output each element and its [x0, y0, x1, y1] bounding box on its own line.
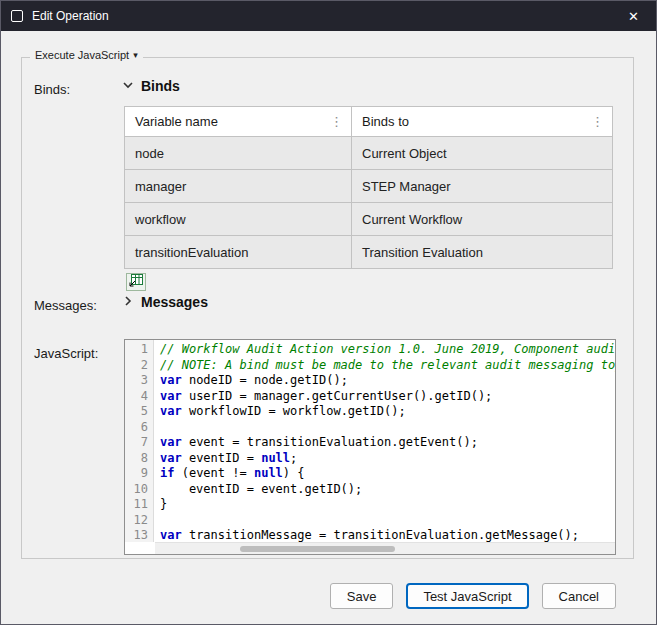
line-number: 9 [125, 466, 153, 482]
code-editor[interactable]: 12345678910111213 // Workflow Audit Acti… [124, 339, 616, 555]
close-button[interactable]: ✕ [611, 1, 656, 31]
line-number: 3 [125, 373, 153, 389]
line-number: 7 [125, 435, 153, 451]
code-line: // Workflow Audit Action version 1.0. Ju… [160, 342, 615, 358]
code-line: } [160, 497, 615, 513]
code-area[interactable]: // Workflow Audit Action version 1.0. Ju… [155, 340, 615, 542]
scrollbar-thumb[interactable] [240, 546, 395, 552]
line-number: 13 [125, 528, 153, 542]
line-number: 10 [125, 482, 153, 498]
code-line: if (event != null) { [160, 466, 615, 482]
window-title: Edit Operation [32, 9, 109, 23]
messages-section-title: Messages [141, 294, 208, 310]
code-line: var event = transitionEvaluation.getEven… [160, 435, 615, 451]
code-line: var transitionMessage = transitionEvalua… [160, 528, 615, 542]
column-header-binds-to[interactable]: Binds to ⋮ [352, 107, 613, 137]
table-header-row: Variable name ⋮ Binds to ⋮ [125, 107, 613, 137]
variable-name-cell[interactable]: transitionEvaluation [125, 236, 352, 269]
title-bar[interactable]: Edit Operation ✕ [1, 1, 656, 31]
binds-section-header[interactable]: Binds [122, 78, 180, 94]
variable-name-cell[interactable]: node [125, 137, 352, 170]
code-line: var userID = manager.getCurrentUser().ge… [160, 389, 615, 405]
cancel-button[interactable]: Cancel [542, 583, 616, 609]
chevron-down-icon [122, 78, 134, 94]
code-line [160, 513, 615, 529]
messages-section-header[interactable]: Messages [122, 294, 208, 310]
table-row[interactable]: managerSTEP Manager [125, 170, 613, 203]
column-header-label: Variable name [135, 114, 218, 129]
javascript-label: JavaScript: [34, 346, 98, 361]
line-number: 4 [125, 389, 153, 405]
chevron-right-icon [122, 294, 134, 310]
table-row[interactable]: workflowCurrent Workflow [125, 203, 613, 236]
operation-type-selector[interactable]: Execute JavaScript ▾ [30, 49, 143, 61]
binds-to-cell[interactable]: Current Object [352, 137, 613, 170]
column-header-label: Binds to [362, 114, 409, 129]
line-number: 6 [125, 420, 153, 436]
line-number: 5 [125, 404, 153, 420]
line-number-gutter: 12345678910111213 [125, 340, 154, 542]
code-line: eventID = event.getID(); [160, 482, 615, 498]
binds-table-body: nodeCurrent ObjectmanagerSTEP Managerwor… [125, 137, 613, 269]
line-number: 12 [125, 513, 153, 529]
save-button[interactable]: Save [330, 583, 394, 609]
binds-to-cell[interactable]: STEP Manager [352, 170, 613, 203]
add-bind-button[interactable] [126, 273, 146, 291]
dropdown-arrow-icon: ▾ [133, 51, 138, 60]
table-row[interactable]: nodeCurrent Object [125, 137, 613, 170]
variable-name-cell[interactable]: workflow [125, 203, 352, 236]
binds-to-cell[interactable]: Transition Evaluation [352, 236, 613, 269]
table-row[interactable]: transitionEvaluationTransition Evaluatio… [125, 236, 613, 269]
window-icon [11, 10, 23, 22]
code-line: var nodeID = node.getID(); [160, 373, 615, 389]
line-number: 11 [125, 497, 153, 513]
messages-label: Messages: [34, 298, 97, 313]
horizontal-scrollbar[interactable] [155, 542, 615, 554]
binds-table: Variable name ⋮ Binds to ⋮ nodeCurrent O… [124, 106, 613, 269]
footer-buttons: Save Test JavaScript Cancel [330, 583, 616, 609]
operation-group: Execute JavaScript ▾ Binds: Binds Variab… [21, 57, 634, 559]
binds-section-title: Binds [141, 78, 180, 94]
column-menu-icon[interactable]: ⋮ [328, 114, 345, 129]
code-line: var eventID = null; [160, 451, 615, 467]
operation-type-label: Execute JavaScript [35, 49, 129, 61]
variable-name-cell[interactable]: manager [125, 170, 352, 203]
binds-to-cell[interactable]: Current Workflow [352, 203, 613, 236]
table-add-icon [128, 273, 144, 292]
test-javascript-button[interactable]: Test JavaScript [406, 583, 528, 609]
binds-label: Binds: [34, 82, 70, 97]
edit-operation-dialog: Edit Operation ✕ Execute JavaScript ▾ Bi… [0, 0, 657, 625]
line-number: 2 [125, 358, 153, 374]
line-number: 1 [125, 342, 153, 358]
code-line: // NOTE: A bind must be made to the rele… [160, 358, 615, 374]
column-header-variable-name[interactable]: Variable name ⋮ [125, 107, 352, 137]
line-number: 8 [125, 451, 153, 467]
code-line [160, 420, 615, 436]
code-line: var workflowID = workflow.getID(); [160, 404, 615, 420]
column-menu-icon[interactable]: ⋮ [589, 114, 606, 129]
